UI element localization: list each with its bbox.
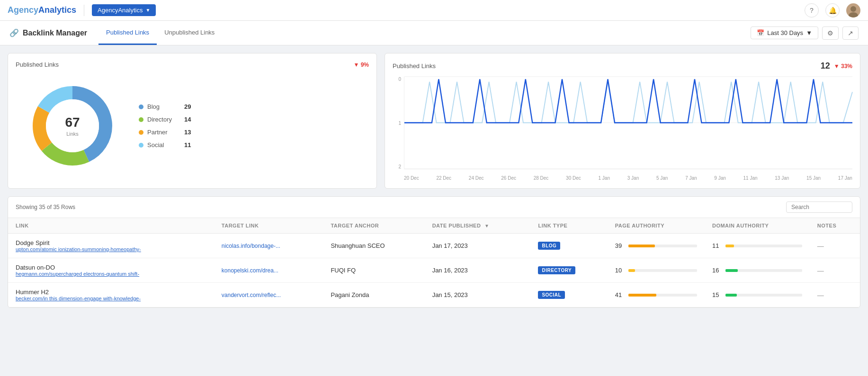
donut-legend: Blog 29 Directory 14 Partner 13: [139, 103, 191, 149]
help-button[interactable]: ?: [805, 3, 819, 17]
page-authority-num: 10: [615, 267, 625, 274]
page-authority-bar-wrap: [628, 294, 697, 297]
sub-nav-left: 🔗 Backlink Manager Published Links Unpub…: [9, 21, 222, 45]
columns-toggle-button[interactable]: ⚙: [822, 26, 839, 40]
cell-page-authority: 39: [608, 234, 705, 258]
svg-point-0: [850, 6, 856, 12]
legend-name-blog: Blog: [147, 103, 180, 110]
domain-authority-num: 16: [712, 267, 722, 274]
agency-dropdown-button[interactable]: AgencyAnalytics ▼: [92, 4, 156, 16]
svg-point-1: [849, 12, 858, 17]
brand-agency: Agency: [8, 5, 38, 15]
link-url[interactable]: becker.com/in this dimension-engage with…: [16, 296, 206, 301]
col-link: LINK: [8, 218, 214, 234]
cell-target-link: nicolas.info/bondage-...: [214, 234, 323, 258]
link-type-badge: SOCIAL: [538, 291, 565, 299]
nav-divider: [84, 5, 84, 16]
domain-authority-num: 11: [712, 242, 722, 249]
target-link[interactable]: nicolas.info/bondage-...: [222, 243, 280, 249]
cell-date: Jan 16, 2023: [425, 258, 531, 283]
domain-authority-bar: [725, 245, 734, 247]
notes-dash: —: [817, 291, 824, 299]
date-text: Jan 15, 2023: [432, 291, 468, 298]
link-type-badge: BLOG: [538, 242, 560, 250]
backlink-icon: 🔗: [9, 28, 19, 37]
cell-link: Datsun on-DO hegmann.com/supercharged el…: [8, 258, 214, 283]
donut-change-badge: ▼ 9%: [353, 61, 369, 68]
brand-logo[interactable]: AgencyAnalytics: [8, 5, 76, 15]
table-row: Hummer H2 becker.com/in this dimension-e…: [8, 283, 860, 307]
cell-link-type: SOCIAL: [530, 283, 607, 307]
domain-authority-bar-wrap: [725, 294, 802, 297]
legend-item-social: Social 11: [139, 141, 191, 149]
date-text: Jan 17, 2023: [432, 242, 468, 249]
donut-svg-wrap: 67 Links: [25, 79, 120, 173]
cell-notes: —: [810, 283, 860, 307]
share-button[interactable]: ↗: [842, 26, 859, 40]
line-chart-badge: ▼ 33%: [834, 63, 852, 70]
legend-dot-blog: [139, 105, 143, 109]
page-authority-num: 39: [615, 242, 625, 249]
chevron-down-icon: ▼: [806, 29, 812, 36]
legend-name-partner: Partner: [147, 129, 180, 136]
col-link-type: LINK TYPE: [530, 218, 607, 234]
page-title-area: 🔗 Backlink Manager: [9, 28, 87, 37]
col-date-published[interactable]: DATE PUBLISHED ▼: [425, 218, 531, 234]
table-body: Dodge Spirit upton.com/atomic ionization…: [8, 234, 860, 307]
cell-domain-authority: 11: [705, 234, 810, 258]
page-authority-num: 41: [615, 291, 625, 298]
legend-name-social: Social: [147, 141, 180, 149]
notifications-button[interactable]: 🔔: [825, 3, 840, 17]
notes-dash: —: [817, 267, 824, 274]
table-row: Datsun on-DO hegmann.com/supercharged el…: [8, 258, 860, 283]
line-chart-x-labels: 20 Dec 22 Dec 24 Dec 26 Dec 28 Dec 30 De…: [404, 175, 852, 181]
line-svg: [404, 77, 852, 169]
link-title: Hummer H2: [16, 289, 206, 296]
tab-published-links[interactable]: Published Links: [98, 21, 157, 45]
backlinks-table: LINK TARGET LINK TARGET ANCHOR DATE PUBL…: [8, 218, 860, 307]
cell-target-link: konopelski.com/drea...: [214, 258, 323, 283]
tab-unpublished-links[interactable]: Unpublished Links: [157, 21, 222, 45]
anchor-text: Shuanghuan SCEO: [331, 242, 385, 249]
cell-link: Dodge Spirit upton.com/atomic ionization…: [8, 234, 214, 258]
cell-page-authority: 41: [608, 283, 705, 307]
brand-analytics: Analytics: [38, 5, 76, 15]
top-nav-right: ? 🔔: [805, 3, 860, 17]
cell-anchor: Pagani Zonda: [323, 283, 424, 307]
legend-item-directory: Directory 14: [139, 116, 191, 123]
target-link[interactable]: vandervort.com/reflec...: [222, 292, 281, 298]
search-input[interactable]: [786, 201, 852, 213]
target-link[interactable]: konopelski.com/drea...: [222, 267, 278, 274]
link-title: Dodge Spirit: [16, 239, 206, 246]
legend-val-partner: 13: [184, 129, 191, 136]
cell-link: Hummer H2 becker.com/in this dimension-e…: [8, 283, 214, 307]
sort-arrow-icon: ▼: [484, 223, 489, 228]
legend-dot-partner: [139, 130, 143, 135]
link-url[interactable]: upton.com/atomic ionization-summoning-ho…: [16, 246, 206, 252]
cell-date: Jan 17, 2023: [425, 234, 531, 258]
chevron-down-icon: ▼: [145, 8, 150, 13]
avatar[interactable]: [846, 3, 860, 17]
date-range-picker[interactable]: 📅 Last 30 Days ▼: [751, 26, 818, 39]
rows-count: Showing 35 of 35 Rows: [16, 204, 75, 210]
cell-anchor: FUQI FQ: [323, 258, 424, 283]
page-title: Backlink Manager: [23, 29, 87, 37]
page-authority-bar-wrap: [628, 269, 697, 272]
donut-center: 67 Links: [65, 115, 80, 137]
legend-val-blog: 29: [184, 103, 191, 110]
legend-dot-social: [139, 143, 143, 148]
line-chart-count: 12: [821, 61, 830, 71]
col-notes: NOTES: [810, 218, 860, 234]
legend-val-directory: 14: [184, 116, 191, 123]
cell-page-authority: 10: [608, 258, 705, 283]
donut-chart-title: Published Links: [16, 61, 59, 68]
legend-item-blog: Blog 29: [139, 103, 191, 110]
donut-content: 67 Links Blog 29 Directory 14: [16, 74, 369, 178]
link-title: Datsun on-DO: [16, 264, 206, 271]
line-chart-card: Published Links 12 ▼ 33% 2 1 0: [385, 53, 860, 189]
line-chart-header: Published Links 12 ▼ 33%: [393, 61, 852, 71]
link-url[interactable]: hegmann.com/supercharged electrons-quant…: [16, 271, 206, 277]
col-target-link: TARGET LINK: [214, 218, 323, 234]
calendar-icon: 📅: [757, 29, 764, 36]
line-chart-title: Published Links: [393, 62, 436, 70]
